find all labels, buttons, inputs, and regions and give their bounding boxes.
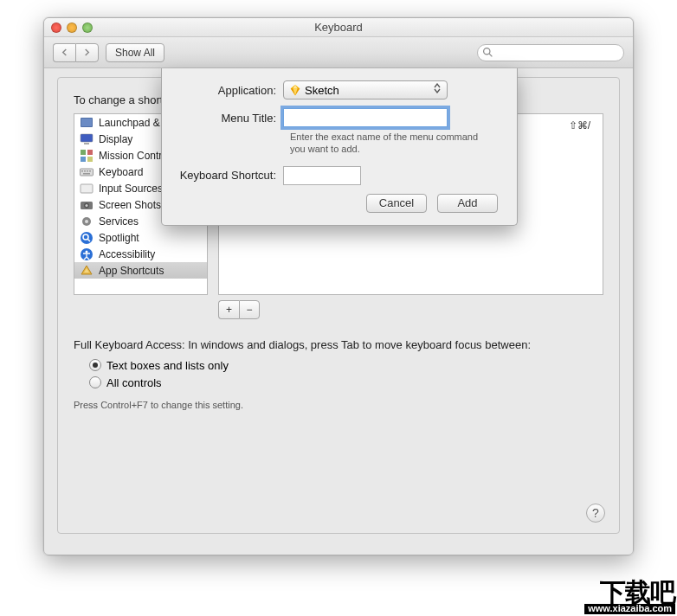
svg-rect-5 (84, 143, 89, 144)
sidebar-item-accessibility[interactable]: Accessibility (74, 246, 207, 262)
application-label: Application: (171, 84, 283, 97)
shortcut-label: Keyboard Shortcut: (171, 169, 283, 182)
window-title: Keyboard (44, 21, 633, 34)
nav-segment (53, 43, 99, 62)
svg-rect-15 (83, 173, 90, 175)
forward-button[interactable] (75, 43, 99, 62)
sidebar-item-label: App Shortcuts (99, 265, 164, 277)
accessibility-icon (80, 247, 93, 261)
add-button[interactable]: Add (437, 194, 498, 213)
svg-point-19 (86, 204, 88, 207)
sidebar-item-label: Keyboard (99, 166, 143, 178)
svg-point-22 (81, 232, 93, 244)
chevron-left-icon (61, 48, 68, 56)
svg-point-26 (86, 250, 88, 253)
svg-rect-9 (87, 157, 93, 162)
add-shortcut-button[interactable]: + (218, 300, 239, 319)
svg-rect-7 (87, 150, 93, 155)
svg-point-21 (85, 220, 88, 223)
sidebar-item-label: Screen Shots (99, 199, 161, 211)
svg-rect-12 (84, 170, 86, 172)
svg-rect-16 (81, 184, 93, 193)
help-button[interactable]: ? (586, 504, 605, 523)
menu-title-help: Enter the exact name of the menu command… (171, 131, 503, 156)
keyboard-icon (80, 165, 93, 179)
add-shortcut-sheet: Application: Sketch Menu Title: Enter th… (161, 68, 518, 226)
radio-label: Text boxes and lists only (106, 359, 229, 372)
sidebar-item-label: Input Sources (99, 183, 163, 195)
sheet-row-shortcut: Keyboard Shortcut: (171, 166, 503, 185)
sheet-row-application: Application: Sketch (171, 80, 503, 99)
keyboard-shortcut-input[interactable] (283, 166, 361, 185)
radio-icon (89, 359, 101, 371)
svg-rect-3 (81, 119, 92, 126)
popup-arrows-icon (431, 83, 443, 93)
radio-icon (89, 376, 101, 388)
remove-shortcut-button[interactable]: − (239, 300, 260, 319)
search-input[interactable] (477, 44, 624, 61)
back-button[interactable] (53, 43, 75, 62)
watermark-url: www.xiazaiba.com (584, 604, 675, 614)
preferences-window: Keyboard Show All To change a shortcut, … (43, 17, 634, 555)
sidebar-item-label: Display (99, 133, 132, 145)
shortcut-value: ⇧⌘/ (569, 119, 590, 132)
full-keyboard-access-text: Full Keyboard Access: In windows and dia… (74, 338, 603, 351)
app-icon (80, 264, 93, 278)
camera-icon (80, 198, 93, 212)
sidebar-item-app-shortcuts[interactable]: App Shortcuts (74, 262, 207, 279)
sheet-row-menu-title: Menu Title: (171, 108, 503, 127)
sketch-icon (289, 84, 301, 96)
chevron-right-icon (83, 48, 91, 56)
hint-text: Press Control+F7 to change this setting. (74, 400, 603, 410)
svg-rect-10 (81, 169, 93, 176)
radio-label: All controls (106, 376, 162, 389)
input-icon (80, 182, 93, 196)
svg-rect-4 (81, 134, 93, 142)
titlebar: Keyboard (44, 18, 633, 37)
svg-rect-8 (81, 157, 86, 162)
show-all-button[interactable]: Show All (106, 43, 164, 62)
menu-title-input[interactable] (283, 108, 448, 127)
sidebar-item-label: Accessibility (99, 248, 155, 260)
search-wrap (477, 44, 624, 61)
radio-all-controls[interactable]: All controls (89, 374, 603, 391)
toolbar: Show All (44, 37, 633, 68)
application-popup[interactable]: Sketch (283, 80, 448, 99)
add-remove-segment: + − (218, 300, 603, 319)
application-popup-value: Sketch (305, 84, 339, 97)
svg-rect-14 (89, 170, 91, 172)
rocket-icon (80, 116, 93, 130)
sidebar-item-label: Mission Control (99, 150, 171, 162)
sheet-buttons: Cancel Add (171, 194, 503, 213)
svg-rect-11 (81, 170, 83, 172)
mission-icon (80, 149, 93, 163)
svg-rect-13 (87, 170, 88, 172)
spotlight-icon (80, 231, 93, 245)
sidebar-item-label: Services (99, 215, 139, 228)
menu-title-label: Menu Title: (171, 112, 283, 125)
svg-rect-6 (81, 150, 86, 155)
cancel-button[interactable]: Cancel (366, 194, 427, 213)
sidebar-item-label: Spotlight (99, 232, 139, 244)
radio-group: Text boxes and lists only All controls (74, 356, 603, 391)
radio-text-boxes[interactable]: Text boxes and lists only (89, 356, 603, 374)
sidebar-item-spotlight[interactable]: Spotlight (74, 229, 207, 246)
watermark: 下载吧 www.xiazaiba.com (584, 581, 675, 614)
display-icon (80, 132, 93, 146)
gear-icon (80, 215, 93, 228)
